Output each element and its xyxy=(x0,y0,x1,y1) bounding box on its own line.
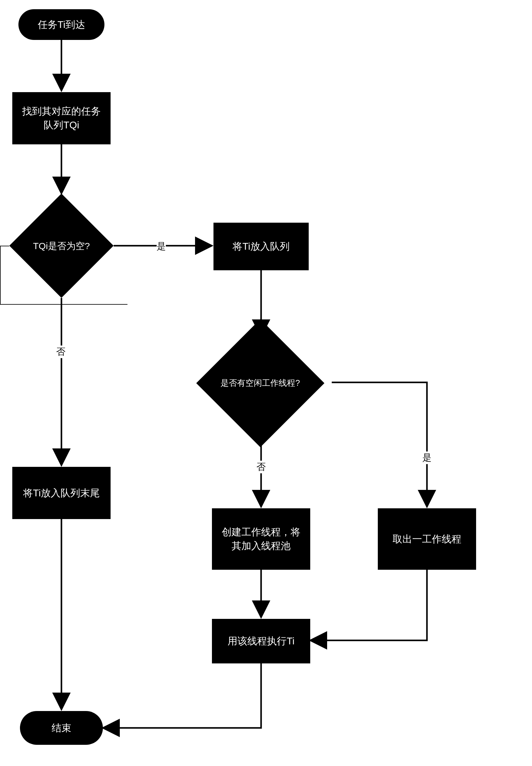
edge-label-no-2: 否 xyxy=(256,461,266,473)
queue-empty-label: TQi是否为空? xyxy=(33,240,90,252)
start-terminator: 任务Ti到达 xyxy=(18,9,104,40)
edge-label-no-1: 否 xyxy=(56,346,65,358)
start-label: 任务Ti到达 xyxy=(38,18,85,32)
queue-empty-decision: TQi是否为空? xyxy=(25,209,98,283)
end-terminator: 结束 xyxy=(20,711,103,745)
run-ti-process: 用该线程执行Ti xyxy=(212,619,310,663)
idle-thread-decision: 是否有空闲工作线程? xyxy=(215,338,306,428)
idle-thread-label: 是否有空闲工作线程? xyxy=(221,378,300,389)
create-thread-process: 创建工作线程，将 其加入线程池 xyxy=(212,508,310,570)
end-label: 结束 xyxy=(52,721,71,735)
enqueue-label: 将Ti放入队列 xyxy=(233,240,289,253)
edge-label-yes-1: 是 xyxy=(157,240,166,253)
take-thread-label: 取出一工作线程 xyxy=(393,532,461,546)
append-tail-label: 将Ti放入队列末尾 xyxy=(23,486,100,500)
create-thread-label: 创建工作线程，将 其加入线程池 xyxy=(222,525,300,553)
find-queue-label: 找到其对应的任务 队列TQi xyxy=(22,104,101,132)
enqueue-process: 将Ti放入队列 xyxy=(213,223,309,270)
append-tail-process: 将Ti放入队列末尾 xyxy=(12,467,111,519)
run-ti-label: 用该线程执行Ti xyxy=(228,634,294,648)
take-thread-process: 取出一工作线程 xyxy=(378,508,476,570)
find-queue-process: 找到其对应的任务 队列TQi xyxy=(12,92,111,144)
edge-label-yes-2: 是 xyxy=(422,451,432,464)
